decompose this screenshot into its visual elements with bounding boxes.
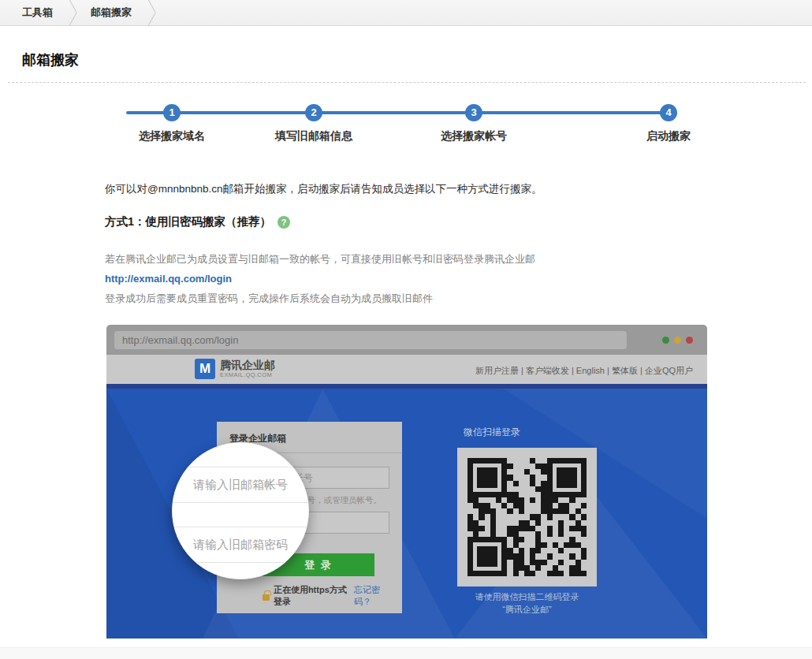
window-dot-yellow	[674, 337, 681, 344]
breadcrumb-item-toolbox[interactable]: 工具箱	[22, 6, 53, 20]
stepper-line	[126, 111, 670, 114]
exmail-site-header: M 腾讯企业邮 EXMAIL.QQ.COM 新用户注册 | 客户端收发 | En…	[106, 355, 707, 384]
account-hint: 帐号，或管理员帐号。	[299, 495, 382, 506]
login-screenshot-image: http://exmail.qq.com/login M 腾讯企业邮 EXMAI…	[106, 325, 707, 639]
qr-code	[467, 458, 587, 576]
step-1-label: 选择搬家域名	[109, 129, 235, 143]
exmail-brand-domain: EXMAIL.QQ.COM	[220, 371, 275, 378]
lock-icon	[263, 594, 270, 601]
qr-finder-icon	[467, 458, 507, 497]
method1-heading-text: 方式1：使用旧密码搬家（推荐）	[105, 214, 271, 229]
exmail-logo: M 腾讯企业邮 EXMAIL.QQ.COM	[195, 359, 275, 379]
breadcrumb-item-mail-migration[interactable]: 邮箱搬家	[91, 6, 132, 20]
magnified-account-placeholder: 请输入旧邮箱帐号	[172, 467, 309, 503]
step-1-circle: 1	[163, 104, 181, 121]
forgot-password-link: 忘记密码？	[354, 584, 393, 608]
migration-stepper: 1 选择搬家域名 2 填写旧邮箱信息 3 选择搬家帐号 4 启动搬家	[126, 101, 670, 148]
qr-finder-icon	[547, 458, 587, 497]
method1-desc-line2: 登录成功后需要成员重置密码，完成操作后系统会自动为成员搬取旧邮件	[105, 289, 535, 308]
https-note-row: 正在使用https方式登录 忘记密码？	[263, 584, 393, 608]
step-4-label: 启动搬家	[605, 129, 732, 143]
step-2-label: 填写旧邮箱信息	[251, 129, 377, 143]
wechat-scan-title: 微信扫描登录	[464, 426, 520, 439]
page-bottom-strip	[0, 647, 812, 659]
help-icon[interactable]: ?	[277, 216, 290, 229]
magnifier-spotlight: 请输入旧邮箱帐号 请输入旧邮箱密码	[172, 442, 309, 579]
page-title: 邮箱搬家	[22, 50, 79, 69]
exmail-header-links: 新用户注册 | 客户端收发 | English | 繁体版 | 企业QQ用户	[475, 365, 693, 377]
https-note: 正在使用https方式登录	[274, 584, 354, 608]
method1-desc-line1: 若在腾讯企业邮已为成员设置与旧邮箱一致的帐号，可直接使用旧帐号和旧密码登录腾讯企…	[105, 249, 535, 269]
qr-finder-icon	[467, 537, 507, 576]
step-3-circle: 3	[465, 104, 482, 121]
breadcrumb: 工具箱 邮箱搬家	[0, 0, 812, 26]
login-page-background: 登录企业邮箱 请输入旧邮箱帐号 帐号，或管理员帐号。 登 录 正在使用https…	[106, 389, 707, 639]
breadcrumb-chevron-icon	[146, 0, 158, 26]
exmail-brand-name: 腾讯企业邮	[220, 359, 275, 371]
qr-caption-line1: 请使用微信扫描二维码登录	[457, 591, 597, 603]
qr-code-box	[457, 448, 597, 586]
dashed-divider	[8, 82, 806, 83]
step-3-label: 选择搬家帐号	[411, 129, 537, 143]
step-4-circle: 4	[660, 104, 677, 121]
method1-description: 若在腾讯企业邮已为成员设置与旧邮箱一致的帐号，可直接使用旧帐号和旧密码登录腾讯企…	[105, 249, 535, 308]
step-2-circle: 2	[305, 104, 322, 121]
browser-address-bar: http://exmail.qq.com/login	[114, 331, 627, 349]
browser-chrome-bar: http://exmail.qq.com/login	[106, 325, 707, 355]
exmail-login-link[interactable]: http://exmail.qq.com/login	[105, 273, 232, 285]
exmail-logo-icon: M	[195, 359, 215, 379]
method1-heading: 方式1：使用旧密码搬家（推荐） ?	[105, 214, 290, 229]
window-dot-green	[662, 337, 669, 344]
qr-caption-line2: “腾讯企业邮”	[457, 604, 597, 616]
breadcrumb-chevron-icon	[67, 0, 80, 26]
intro-text: 你可以对@mnnbnbnb.cn邮箱开始搬家，启动搬家后请告知成员选择以下一种方…	[105, 182, 542, 196]
magnified-password-placeholder: 请输入旧邮箱密码	[172, 527, 309, 563]
window-dot-red	[686, 337, 693, 344]
